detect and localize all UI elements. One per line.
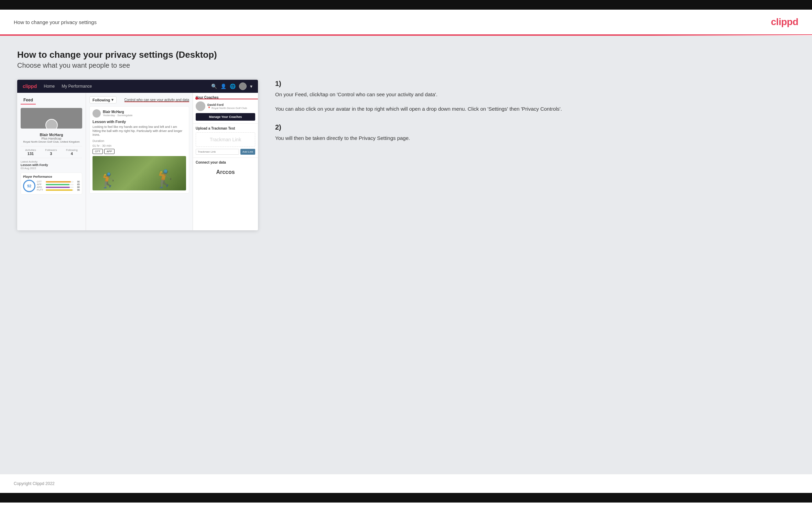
nav-home[interactable]: Home	[44, 84, 55, 89]
followers-value: 3	[45, 152, 57, 156]
chevron-down-icon[interactable]: ▾	[250, 84, 252, 89]
latest-activity-name: Lesson with Fordy	[21, 163, 82, 167]
nav-my-performance[interactable]: My Performance	[62, 84, 92, 89]
black-top-bar	[0, 0, 812, 10]
profile-avatar	[45, 119, 58, 129]
step1-additional-text: You can also click on your avatar in the…	[275, 105, 795, 113]
feed-duration-label: Duration	[93, 139, 186, 143]
app-sidebar: Feed Blair McHarg Plus Handicap Royal No…	[17, 93, 86, 230]
step2-number: 2)	[275, 123, 795, 131]
annotation-dot	[195, 97, 198, 100]
step1-number: 1)	[275, 80, 795, 88]
following-button[interactable]: Following ▾	[89, 96, 117, 103]
step2-text: You will then be taken directly to the P…	[275, 134, 795, 142]
coach-row: David Ford 📍 Royal North Devon Golf Club	[196, 101, 255, 111]
annotation-line	[196, 99, 258, 99]
golfer-icon-2: 🏌️	[154, 169, 176, 189]
coach-name: David Ford	[207, 103, 247, 107]
profile-banner	[21, 108, 82, 129]
connect-section: Connect your data Arccos	[193, 158, 258, 181]
quality-score: 92	[23, 180, 35, 192]
coaches-section: Your Coaches David Ford 📍 Royal North De…	[193, 93, 258, 124]
profile-handicap: Plus Handicap	[21, 137, 82, 140]
feed-user-avatar	[93, 109, 101, 118]
feed-card: Blair McHarg Yesterday · Sunningdale Les…	[89, 106, 189, 194]
clippd-logo: clippd	[771, 16, 798, 27]
trackman-link-input[interactable]	[196, 149, 239, 155]
app-body: Feed Blair McHarg Plus Handicap Royal No…	[17, 93, 258, 230]
connect-title: Connect your data	[196, 161, 255, 164]
chevron-icon: ▾	[111, 98, 113, 102]
trackman-title: Upload a Trackman Test	[196, 126, 255, 130]
app-main-feed: Following ▾ Control who can see your act…	[86, 93, 193, 230]
coach-club: 📍 Royal North Devon Golf Club	[207, 107, 247, 110]
feed-user-name: Blair McHarg	[103, 110, 132, 114]
instruction-step-2: 2) You will then be taken directly to th…	[275, 123, 795, 142]
app-logo: clippd	[23, 84, 37, 89]
trackman-input-row: Add Link	[196, 149, 255, 155]
stats-row: Activities 131 Followers 3 Following 4	[21, 146, 82, 158]
feed-user-row: Blair McHarg Yesterday · Sunningdale	[93, 109, 186, 118]
feed-tags: OTT APP	[93, 149, 186, 154]
coach-info: David Ford 📍 Royal North Devon Golf Club	[207, 103, 247, 110]
bar-arg: ARG 86	[37, 186, 80, 188]
profile-club: Royal North Devon Golf Club, United King…	[21, 140, 82, 143]
feed-duration-value: 01 hr : 30 min	[93, 144, 186, 147]
black-bottom-bar	[0, 493, 812, 503]
stat-following: Following 4	[66, 148, 78, 156]
user-avatar[interactable]	[239, 82, 247, 90]
copyright-text: Copyright Clippd 2022	[14, 481, 55, 486]
control-privacy-link[interactable]: Control who can see your activity and da…	[124, 98, 189, 102]
search-icon[interactable]: 🔍	[211, 84, 217, 89]
feed-user-date: Yesterday · Sunningdale	[103, 114, 132, 117]
manage-coaches-button[interactable]: Manage Your Coaches	[196, 113, 255, 121]
app-navbar: clippd Home My Performance 🔍 👤 🌐 ▾	[17, 80, 258, 93]
step1-text: On your Feed, click/tap on 'Control who …	[275, 90, 795, 99]
latest-activity-date: 03 Aug 2022	[21, 167, 82, 170]
feed-activity-description: Looking to feel like my hands are exitin…	[93, 125, 186, 137]
profile-name: Blair McHarg	[21, 133, 82, 137]
trackman-section: Upload a Trackman Test Trackman Link Add…	[193, 124, 258, 158]
bar-ott: OTT 90	[37, 180, 80, 183]
latest-label: Latest Activity	[21, 160, 82, 163]
feed-tab[interactable]: Feed	[21, 96, 36, 104]
page-title: How to change your privacy settings (Des…	[17, 49, 795, 60]
app-right-panel: Your Coaches David Ford 📍 Royal North De…	[193, 93, 258, 230]
instructions-panel: 1) On your Feed, click/tap on 'Control w…	[272, 80, 795, 153]
page-title-section: How to change your privacy settings (Des…	[17, 49, 795, 69]
quality-row: 92 OTT 90 APP	[23, 180, 80, 192]
player-performance-card: Player Performance 92 OTT 90	[21, 173, 82, 195]
main-content: How to change your privacy settings (Des…	[0, 36, 812, 474]
golfer-icon-1: 🏌️	[99, 172, 117, 189]
profile-icon[interactable]: 👤	[220, 84, 226, 89]
location-icon: 📍	[207, 107, 211, 110]
feed-tag-ott: OTT	[93, 149, 103, 154]
instruction-step-1: 1) On your Feed, click/tap on 'Control w…	[275, 80, 795, 113]
page-footer: Copyright Clippd 2022	[0, 474, 812, 493]
app-screenshot: clippd Home My Performance 🔍 👤 🌐 ▾ Feed	[17, 80, 258, 230]
header-title: How to change your privacy settings	[14, 19, 97, 25]
feed-activity-title: Lesson with Fordy	[93, 120, 186, 124]
content-row: clippd Home My Performance 🔍 👤 🌐 ▾ Feed	[17, 80, 795, 230]
feed-activity-image: 🏌️ 🏌️	[93, 156, 186, 190]
arccos-brand: Arccos	[196, 166, 255, 178]
feed-user-info: Blair McHarg Yesterday · Sunningdale	[103, 110, 132, 117]
globe-icon[interactable]: 🌐	[230, 84, 236, 89]
following-value: 4	[66, 152, 78, 156]
page-header: How to change your privacy settings clip…	[0, 10, 812, 35]
following-row: Following ▾ Control who can see your act…	[89, 96, 189, 103]
following-label: Following	[66, 148, 78, 152]
stat-activities: Activities 131	[25, 148, 36, 156]
stat-followers: Followers 3	[45, 148, 57, 156]
feed-tag-app: APP	[104, 149, 115, 154]
quality-bars: OTT 90 APP	[37, 180, 80, 191]
following-label: Following	[93, 98, 110, 102]
trackman-add-button[interactable]: Add Link	[240, 149, 255, 155]
activities-label: Activities	[25, 148, 36, 152]
latest-activity: Latest Activity Lesson with Fordy 03 Aug…	[21, 160, 82, 170]
trackman-placeholder: Trackman Link	[196, 132, 255, 147]
activities-value: 131	[25, 152, 36, 156]
followers-label: Followers	[45, 148, 57, 152]
nav-icons: 🔍 👤 🌐 ▾	[211, 82, 252, 90]
player-perf-title: Player Performance	[23, 175, 80, 178]
